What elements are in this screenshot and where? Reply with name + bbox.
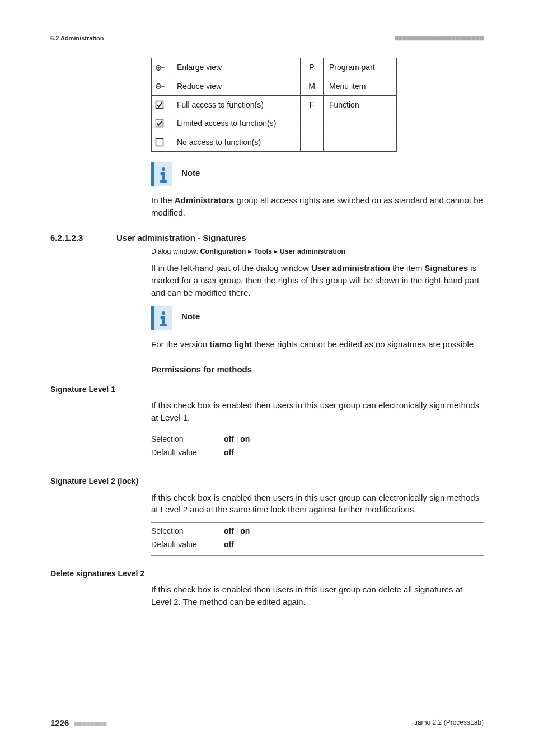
note-block: Note In the Administrators group all acc… (151, 162, 484, 219)
param-desc: If this check box is enabled then users … (151, 399, 484, 424)
svg-rect-17 (160, 180, 167, 183)
svg-rect-22 (161, 316, 163, 319)
svg-point-20 (162, 311, 165, 315)
param-desc: If this check box is enabled then users … (151, 584, 484, 608)
default-value: off (224, 446, 465, 459)
dialog-path: Dialog window: Configuration ▸ Tools ▸ U… (151, 246, 484, 256)
param-title-del2: Delete signatures Level 2 (50, 568, 484, 579)
footer-dots: ■■■■■■■■ (74, 720, 107, 727)
legend-label: Enlarge view (171, 58, 301, 77)
selection-label: Selection (151, 524, 224, 538)
note-body: For the version tiamo light these rights… (151, 338, 484, 351)
legend-label: Reduce view (171, 77, 301, 95)
default-label: Default value (151, 538, 224, 551)
product-name: tiamo 2.2 (ProcessLab) (414, 718, 484, 727)
selection-label: Selection (151, 432, 224, 446)
param-desc: If this check box is enabled then users … (151, 492, 484, 516)
legend-label: Full access to function(s) (171, 95, 301, 114)
svg-rect-18 (151, 306, 154, 330)
page-number: 1226 (50, 718, 69, 727)
page-header: 6.2 Administration ■■■■■■■■■■■■■■■■■■■■■… (50, 34, 484, 43)
legend-code (301, 133, 324, 151)
default-value: off (224, 538, 465, 551)
legend-table: Enlarge view P Program part Reduce view … (151, 58, 397, 151)
check-none-icon (152, 133, 171, 151)
legend-desc: Function (324, 95, 397, 114)
svg-rect-23 (160, 324, 167, 326)
svg-rect-16 (161, 172, 163, 175)
table-row: Enlarge view P Program part (152, 58, 397, 77)
note-title: Note (181, 310, 484, 325)
info-icon (151, 306, 172, 330)
param-table: Selectionoff | on Default valueoff (151, 432, 465, 460)
intro-paragraph: If in the left-hand part of the dialog w… (151, 262, 484, 298)
param-title-sig2: Signature Level 2 (lock) (50, 475, 484, 487)
svg-rect-7 (156, 101, 163, 109)
default-label: Default value (151, 446, 224, 459)
svg-point-14 (162, 167, 165, 171)
legend-code: P (301, 58, 324, 77)
header-dots: ■■■■■■■■■■■■■■■■■■■■■■ (395, 34, 484, 43)
note-block: Note For the version tiamo light these r… (151, 306, 484, 351)
legend-label: No access to function(s) (171, 133, 301, 151)
legend-desc (324, 133, 397, 151)
section-heading: 6.2.1.2.3 User administration - Signatur… (50, 232, 484, 244)
param-title-sig1: Signature Level 1 (50, 384, 484, 395)
section-title: User administration - Signatures (116, 232, 246, 244)
selection-value: off | on (224, 432, 465, 446)
legend-code (301, 114, 324, 133)
enlarge-icon (152, 58, 171, 77)
selection-value: off | on (224, 524, 465, 538)
svg-rect-11 (156, 138, 163, 146)
legend-desc (324, 114, 397, 133)
svg-rect-12 (151, 162, 154, 186)
table-row: No access to function(s) (152, 133, 397, 151)
legend-desc: Program part (324, 58, 397, 77)
page-footer: 1226 ■■■■■■■■ tiamo 2.2 (ProcessLab) (50, 717, 484, 729)
table-row: Limited access to function(s) (152, 114, 397, 133)
check-partial-icon (152, 114, 171, 133)
table-row: Reduce view M Menu item (152, 77, 397, 95)
legend-code: F (301, 95, 324, 114)
legend-code: M (301, 77, 324, 95)
legend-label: Limited access to function(s) (171, 114, 301, 133)
section-path: 6.2 Administration (50, 34, 104, 43)
table-row: Full access to function(s) F Function (152, 95, 397, 114)
info-icon (151, 162, 172, 186)
reduce-icon (152, 77, 171, 95)
note-title: Note (181, 167, 484, 181)
note-body: In the Administrators group all access r… (151, 194, 484, 219)
check-full-icon (152, 95, 171, 114)
permissions-heading: Permissions for methods (151, 363, 484, 376)
param-table: Selectionoff | on Default valueoff (151, 524, 465, 552)
section-number: 6.2.1.2.3 (50, 232, 101, 244)
legend-desc: Menu item (324, 77, 397, 95)
